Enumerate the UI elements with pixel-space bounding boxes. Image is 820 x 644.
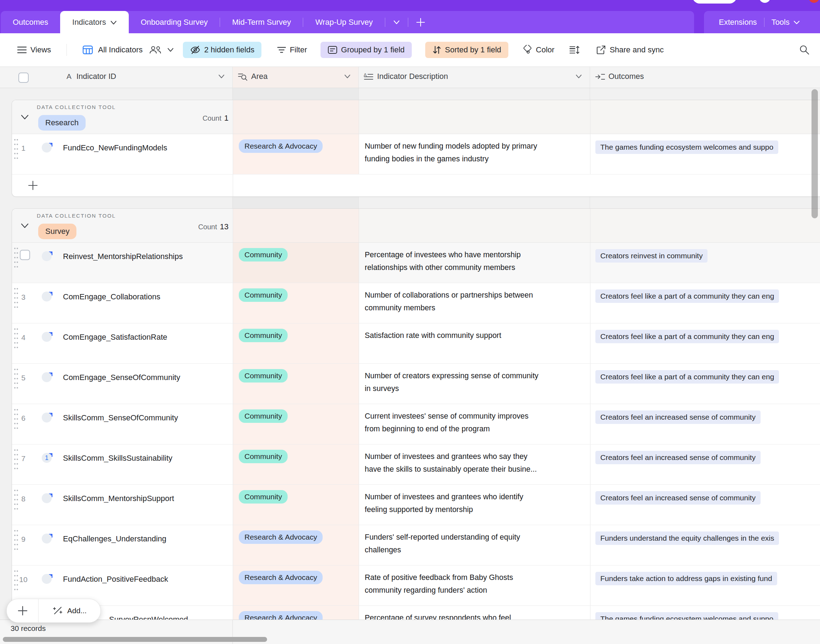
cell-area[interactable]: Community <box>233 324 359 363</box>
filter-button[interactable]: Filter <box>277 45 307 55</box>
column-header-area[interactable]: Area <box>233 66 359 88</box>
column-header-indicator-description[interactable]: A Indicator Description <box>359 66 590 88</box>
add-record-button[interactable] <box>7 599 38 623</box>
views-button[interactable]: Views <box>17 45 51 55</box>
table-row[interactable]: 5 ComEngage_SenseOfCommunity Community N… <box>12 364 820 404</box>
comment-count-badge[interactable] <box>42 493 52 503</box>
sort-button[interactable]: Sorted by 1 field <box>425 42 508 58</box>
cell-indicator-id[interactable]: 3 ComEngage_Collaborations <box>12 283 233 323</box>
comment-count-badge[interactable] <box>42 574 52 584</box>
cell-outcomes[interactable]: Creators feel an increased sense of comm… <box>590 485 820 525</box>
cell-area[interactable]: Community <box>233 283 359 323</box>
tab-indicators[interactable]: Indicators <box>60 11 129 33</box>
cell-description[interactable]: Funders' self-reported understanding of … <box>359 525 590 565</box>
cell-outcomes[interactable]: Creators reinvest in community <box>590 243 820 283</box>
select-all-checkbox[interactable] <box>18 72 29 83</box>
chevron-down-icon[interactable] <box>576 74 582 78</box>
cell-outcomes[interactable]: The games funding ecosystem welcomes and… <box>590 606 820 620</box>
table-row[interactable]: Reinvest_MentorshipRelationships Communi… <box>12 243 820 283</box>
table-row[interactable]: 6 SkillsComm_SenseOfCommunity Community … <box>12 404 820 445</box>
comment-count-badge[interactable]: 1 <box>42 453 52 463</box>
tab-outcomes[interactable]: Outcomes <box>1 11 60 33</box>
cell-area[interactable]: Community <box>233 364 359 404</box>
group-header[interactable]: DATA COLLECTION TOOL Survey Count13 <box>12 209 820 243</box>
cell-indicator-id[interactable]: 4 ComEngage_SatisfactionRate <box>12 324 233 363</box>
collapse-group-icon[interactable] <box>20 223 29 228</box>
drag-handle-icon[interactable] <box>14 247 18 269</box>
cell-area[interactable]: Community <box>233 485 359 525</box>
cell-area[interactable]: Research & Advocacy <box>233 566 359 606</box>
cell-indicator-id[interactable]: 8 SkillsComm_MentorshipSupport <box>12 485 233 525</box>
tab-list-chevron[interactable] <box>385 11 408 33</box>
cell-outcomes[interactable]: The games funding ecosystem welcomes and… <box>590 134 820 174</box>
comment-count-badge[interactable] <box>42 291 52 302</box>
cell-description[interactable]: Rate of positive feedback from Baby Ghos… <box>359 566 590 606</box>
vertical-scrollbar[interactable] <box>811 89 818 218</box>
table-row[interactable]: 10 FundAction_PositiveFeedback Research … <box>12 566 820 606</box>
table-row[interactable]: _SurveyRespWelcomed Research & Advocacy … <box>12 606 820 620</box>
cell-outcomes[interactable]: Creators feel like a part of a community… <box>590 283 820 323</box>
cell-area[interactable]: Research & Advocacy <box>233 134 359 174</box>
share-and-sync-button[interactable]: Share and sync <box>596 45 664 55</box>
table-row[interactable]: 7 1 SkillsComm_SkillsSustainability Comm… <box>12 445 820 485</box>
cell-indicator-id[interactable]: 6 SkillsComm_SenseOfCommunity <box>12 404 233 444</box>
table-row[interactable]: 4 ComEngage_SatisfactionRate Community S… <box>12 324 820 364</box>
cell-description[interactable]: Number of investees and grantees who ide… <box>359 485 590 525</box>
cell-area[interactable]: Research & Advocacy <box>233 606 359 620</box>
cell-outcomes[interactable]: Funders take action to address gaps in e… <box>590 566 820 606</box>
column-header-indicator-id[interactable]: A Indicator ID <box>0 66 233 88</box>
cell-description[interactable]: Percentage of investees who have mentors… <box>359 243 590 283</box>
plus-icon[interactable] <box>28 180 38 191</box>
cell-indicator-id[interactable]: 5 ComEngage_SenseOfCommunity <box>12 364 233 404</box>
comment-count-badge[interactable] <box>42 251 52 261</box>
cell-area[interactable]: Community <box>233 404 359 444</box>
group-button[interactable]: Grouped by 1 field <box>320 42 412 58</box>
cell-description[interactable]: Number of creators expressing sense of c… <box>359 364 590 404</box>
add-table-button[interactable] <box>408 11 433 33</box>
tab-mid-term-survey[interactable]: Mid-Term Survey <box>220 11 303 33</box>
tab-wrap-up-survey[interactable]: Wrap-Up Survey <box>303 11 385 33</box>
table-row[interactable]: 9 EqChallenges_Understanding Research & … <box>12 525 820 566</box>
cell-outcomes[interactable]: Creators feel an increased sense of comm… <box>590 445 820 485</box>
table-row[interactable]: 1 FundEco_NewFundingModels Research & Ad… <box>12 134 820 175</box>
comment-count-badge[interactable] <box>42 332 52 342</box>
cell-indicator-id[interactable]: Reinvest_MentorshipRelationships <box>12 243 233 283</box>
hidden-fields-button[interactable]: 2 hidden fields <box>183 42 261 58</box>
cell-description[interactable]: Number of investees and grantees who say… <box>359 445 590 485</box>
cell-description[interactable]: Satisfaction rate with community support <box>359 324 590 363</box>
horizontal-scrollbar[interactable] <box>3 637 267 642</box>
collapse-group-icon[interactable] <box>20 114 29 120</box>
column-header-outcomes[interactable]: Outcomes <box>590 66 820 88</box>
comment-count-badge[interactable] <box>42 372 52 382</box>
cell-outcomes[interactable]: Creators feel an increased sense of comm… <box>590 404 820 444</box>
row-checkbox[interactable] <box>20 250 30 260</box>
cell-description[interactable]: Number of collaborations or partnerships… <box>359 283 590 323</box>
cell-indicator-id[interactable]: 7 1 SkillsComm_SkillsSustainability <box>12 445 233 485</box>
table-row[interactable]: 8 SkillsComm_MentorshipSupport Community… <box>12 485 820 525</box>
cell-area[interactable]: Research & Advocacy <box>233 525 359 565</box>
cell-description[interactable]: Current investees' sense of community im… <box>359 404 590 444</box>
cell-outcomes[interactable]: Funders understand the equity challenges… <box>590 525 820 565</box>
table-row[interactable]: 3 ComEngage_Collaborations Community Num… <box>12 283 820 324</box>
comment-count-badge[interactable] <box>42 412 52 423</box>
cell-outcomes[interactable]: Creators feel like a part of a community… <box>590 324 820 363</box>
tab-onboarding-survey[interactable]: Onboarding Survey <box>129 11 220 33</box>
cell-description[interactable]: Number of new funding models adopted by … <box>359 134 590 174</box>
comment-count-badge[interactable] <box>42 143 52 152</box>
add-row-in-group[interactable] <box>12 175 820 196</box>
cell-indicator-id[interactable]: 1 FundEco_NewFundingModels <box>12 134 233 174</box>
cell-area[interactable]: Community <box>233 445 359 485</box>
cell-outcomes[interactable]: Creators feel like a part of a community… <box>590 364 820 404</box>
color-button[interactable]: Color <box>523 45 555 55</box>
chevron-down-icon[interactable] <box>344 74 351 78</box>
chevron-down-icon[interactable] <box>218 74 225 78</box>
tools-button[interactable]: Tools <box>765 18 807 27</box>
cell-description[interactable]: Percentage of survey respondents who fee… <box>359 606 590 620</box>
cell-indicator-id[interactable]: 9 EqChallenges_Understanding <box>12 525 233 565</box>
row-height-button[interactable] <box>569 45 580 55</box>
group-header[interactable]: DATA COLLECTION TOOL Research Count1 <box>12 100 820 134</box>
view-switcher[interactable]: All Indicators <box>83 45 174 55</box>
comment-count-badge[interactable] <box>42 534 52 543</box>
extensions-button[interactable]: Extensions <box>712 18 764 27</box>
cell-area[interactable]: Community <box>233 243 359 283</box>
